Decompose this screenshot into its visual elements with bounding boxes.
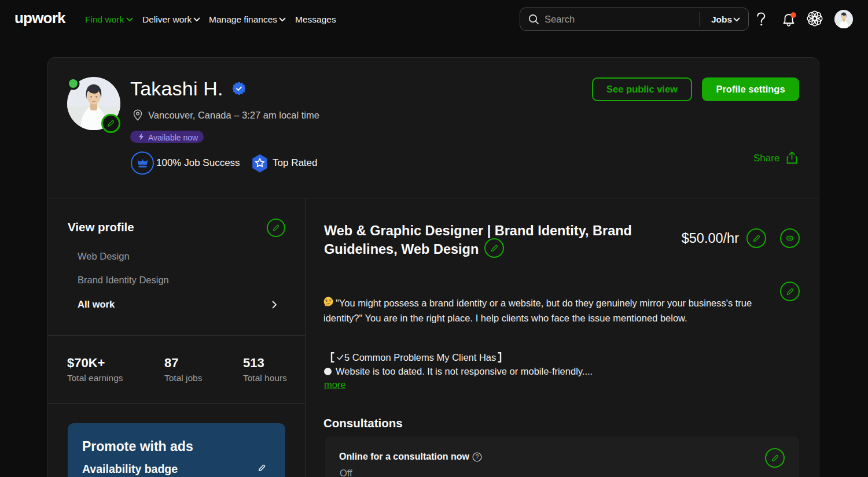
svg-text:?: ? xyxy=(476,454,479,460)
